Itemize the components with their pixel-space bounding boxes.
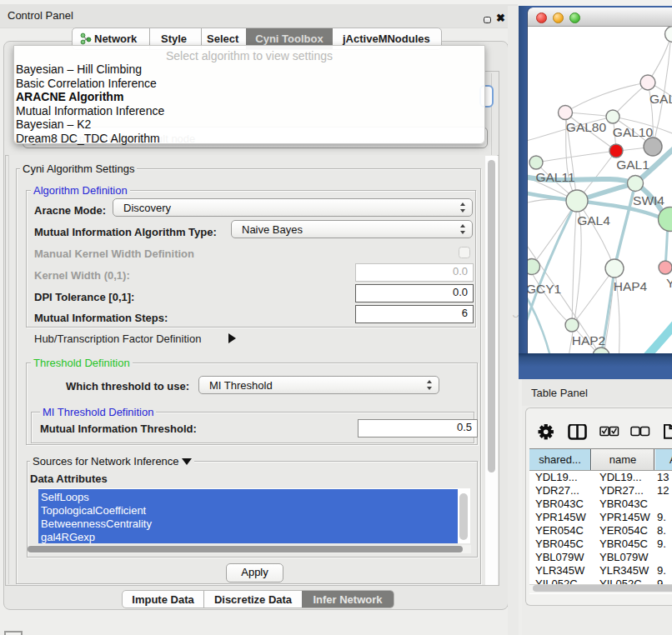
svg-text:GAL10: GAL10 [613,125,654,139]
svg-text:GAL11: GAL11 [535,170,574,184]
svg-text:GAL1: GAL1 [616,158,649,172]
svg-text:HAP2: HAP2 [572,333,606,348]
svg-text:GAL4: GAL4 [577,213,610,228]
svg-text:Y: Y [666,276,672,290]
svg-text:HAP4: HAP4 [614,279,648,293]
svg-text:GCY1: GCY1 [528,282,561,296]
svg-text:SWI4: SWI4 [633,193,664,208]
svg-text:GAL80: GAL80 [566,120,607,134]
svg-text:GAL7: GAL7 [649,92,672,106]
